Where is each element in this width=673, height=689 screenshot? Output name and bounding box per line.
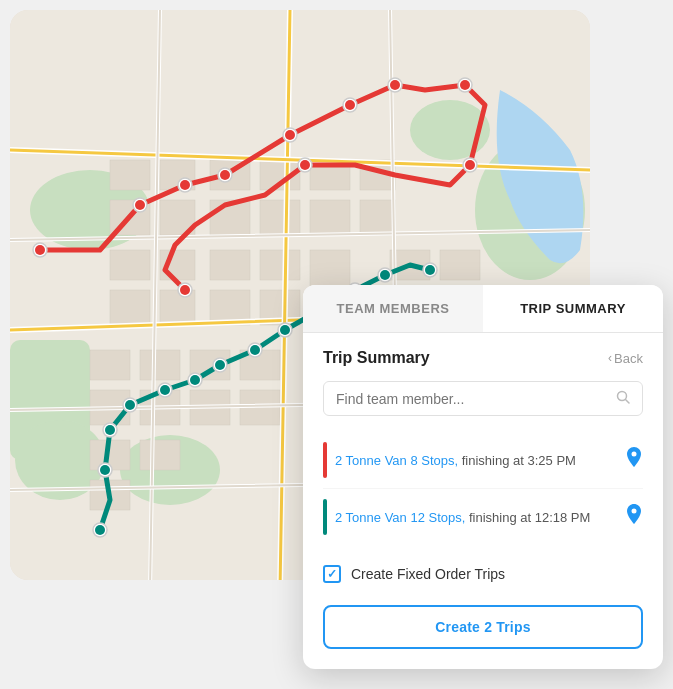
svg-rect-40	[440, 250, 480, 280]
svg-point-68	[100, 465, 110, 475]
search-input[interactable]	[336, 391, 608, 407]
panel-title: Trip Summary	[323, 349, 430, 367]
svg-rect-15	[260, 200, 300, 235]
trip-suffix-1: finishing at 3:25 PM	[458, 453, 576, 468]
svg-point-80	[250, 345, 260, 355]
trip-list: 2 Tonne Van 8 Stops, finishing at 3:25 P…	[323, 432, 643, 545]
svg-rect-21	[210, 250, 250, 280]
tab-bar: TEAM MEMBERS TRIP SUMMARY	[303, 285, 663, 333]
svg-point-94	[632, 508, 637, 513]
svg-point-82	[280, 325, 290, 335]
panel: TEAM MEMBERS TRIP SUMMARY Trip Summary ‹…	[303, 285, 663, 669]
create-trips-button[interactable]: Create 2 Trips	[323, 605, 643, 649]
trip-text-1: 2 Tonne Van 8 Stops, finishing at 3:25 P…	[335, 453, 617, 468]
checkbox-check-icon: ✓	[327, 567, 337, 581]
svg-point-48	[180, 180, 190, 190]
svg-point-62	[300, 160, 310, 170]
trip-text-2: 2 Tonne Van 12 Stops, finishing at 12:18…	[335, 510, 617, 525]
svg-point-90	[425, 265, 435, 275]
trip-link-1[interactable]: 2 Tonne Van 8 Stops,	[335, 453, 458, 468]
search-icon	[616, 390, 630, 407]
svg-point-76	[190, 375, 200, 385]
svg-point-44	[35, 245, 45, 255]
panel-header: Trip Summary ‹ Back	[323, 349, 643, 367]
svg-point-58	[460, 80, 470, 90]
search-bar	[323, 381, 643, 416]
svg-point-74	[160, 385, 170, 395]
svg-rect-37	[140, 440, 180, 470]
svg-point-50	[220, 170, 230, 180]
tab-team-members[interactable]: TEAM MEMBERS	[303, 285, 483, 332]
svg-rect-18	[360, 200, 395, 235]
trip-color-indicator-red	[323, 442, 327, 478]
trip-color-indicator-teal	[323, 499, 327, 535]
svg-point-93	[632, 451, 637, 456]
scene: TEAM MEMBERS TRIP SUMMARY Trip Summary ‹…	[0, 0, 673, 689]
fixed-order-label: Create Fixed Order Trips	[351, 566, 505, 582]
svg-rect-19	[110, 250, 150, 280]
svg-point-52	[285, 130, 295, 140]
svg-rect-28	[90, 350, 130, 380]
svg-point-54	[345, 100, 355, 110]
svg-point-72	[125, 400, 135, 410]
svg-point-70	[105, 425, 115, 435]
svg-point-60	[465, 160, 475, 170]
svg-point-64	[180, 285, 190, 295]
svg-point-66	[95, 525, 105, 535]
panel-body: Trip Summary ‹ Back	[303, 333, 663, 669]
trip-item-1: 2 Tonne Van 8 Stops, finishing at 3:25 P…	[323, 432, 643, 489]
svg-line-92	[626, 400, 630, 404]
svg-rect-16	[310, 200, 350, 235]
svg-rect-7	[110, 160, 150, 190]
fixed-order-checkbox[interactable]: ✓	[323, 565, 341, 583]
svg-point-88	[380, 270, 390, 280]
trip-link-2[interactable]: 2 Tonne Van 12 Stops,	[335, 510, 465, 525]
pin-icon-1[interactable]	[625, 447, 643, 474]
chevron-left-icon: ‹	[608, 351, 612, 365]
svg-point-56	[390, 80, 400, 90]
pin-icon-2[interactable]	[625, 504, 643, 531]
svg-rect-23	[110, 290, 150, 325]
svg-rect-29	[140, 350, 180, 380]
tab-trip-summary[interactable]: TRIP SUMMARY	[483, 285, 663, 332]
trip-suffix-2: finishing at 12:18 PM	[465, 510, 590, 525]
trip-item-2: 2 Tonne Van 12 Stops, finishing at 12:18…	[323, 489, 643, 545]
back-link[interactable]: ‹ Back	[608, 351, 643, 366]
svg-point-78	[215, 360, 225, 370]
svg-rect-22	[260, 250, 300, 280]
back-label: Back	[614, 351, 643, 366]
fixed-order-row: ✓ Create Fixed Order Trips	[323, 561, 643, 587]
svg-point-46	[135, 200, 145, 210]
